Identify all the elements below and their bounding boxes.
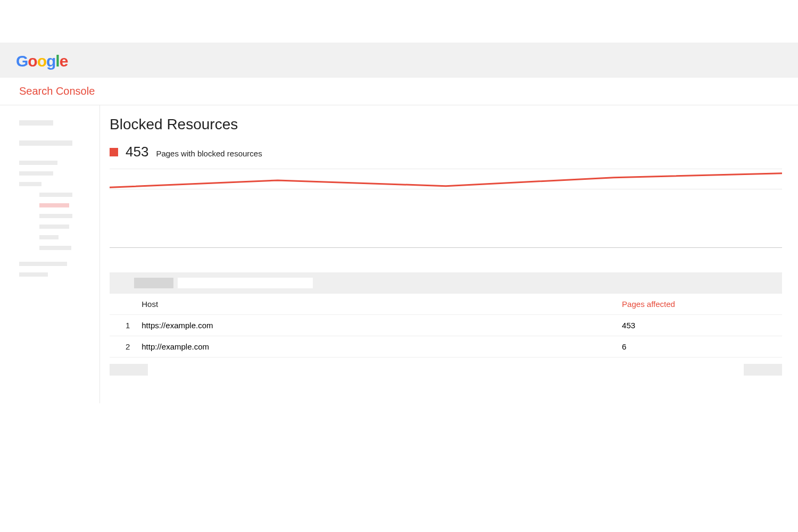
sidebar-item-placeholder[interactable] (19, 120, 53, 126)
hosts-table-container: Host Pages affected 1https://example.com… (110, 272, 782, 376)
google-logo[interactable]: Google (16, 52, 782, 70)
table-row[interactable]: 1https://example.com453 (110, 315, 782, 336)
global-header: Google (0, 43, 798, 78)
stat-summary: 453 Pages with blocked resources (110, 144, 798, 160)
table-row[interactable]: 2http://example.com6 (110, 336, 782, 358)
chart-line (110, 163, 782, 248)
column-host[interactable]: Host (137, 294, 618, 315)
row-host[interactable]: https://example.com (137, 315, 618, 336)
row-pages-affected: 6 (618, 336, 782, 358)
stat-value: 453 (126, 144, 148, 160)
hosts-table: Host Pages affected 1https://example.com… (110, 294, 782, 358)
table-footer (110, 364, 782, 376)
row-host[interactable]: http://example.com (137, 336, 618, 358)
sidebar-item-active-placeholder[interactable] (39, 203, 69, 207)
sidebar-item-placeholder[interactable] (39, 225, 69, 229)
sidebar-item-placeholder[interactable] (39, 193, 72, 197)
toolbar-search-placeholder[interactable] (178, 278, 313, 288)
toolbar-button-placeholder[interactable] (134, 278, 173, 288)
sidebar-item-placeholder[interactable] (19, 262, 67, 266)
sidebar-item-placeholder[interactable] (39, 235, 59, 239)
main-content: Blocked Resources 453 Pages with blocked… (100, 105, 798, 403)
sidebar-item-placeholder[interactable] (39, 246, 71, 250)
column-pages-affected[interactable]: Pages affected (618, 294, 782, 315)
page-title: Blocked Resources (110, 116, 798, 133)
sidebar-item-placeholder[interactable] (19, 272, 48, 277)
row-index: 1 (110, 315, 137, 336)
footer-pagination-placeholder[interactable] (744, 364, 782, 376)
column-index (110, 294, 137, 315)
row-index: 2 (110, 336, 137, 358)
legend-swatch-icon (110, 148, 118, 156)
trend-chart (110, 163, 782, 248)
sidebar-item-placeholder[interactable] (39, 214, 72, 218)
sidebar-item-placeholder[interactable] (19, 171, 53, 176)
app-header: Search Console (0, 78, 798, 105)
stat-label: Pages with blocked resources (156, 149, 262, 158)
table-toolbar (110, 272, 782, 294)
app-title[interactable]: Search Console (19, 85, 779, 97)
sidebar-item-placeholder[interactable] (19, 182, 41, 186)
sidebar (0, 105, 100, 403)
sidebar-item-placeholder[interactable] (19, 161, 57, 165)
row-pages-affected: 453 (618, 315, 782, 336)
sidebar-item-placeholder[interactable] (19, 140, 72, 146)
footer-control-placeholder[interactable] (110, 364, 148, 376)
